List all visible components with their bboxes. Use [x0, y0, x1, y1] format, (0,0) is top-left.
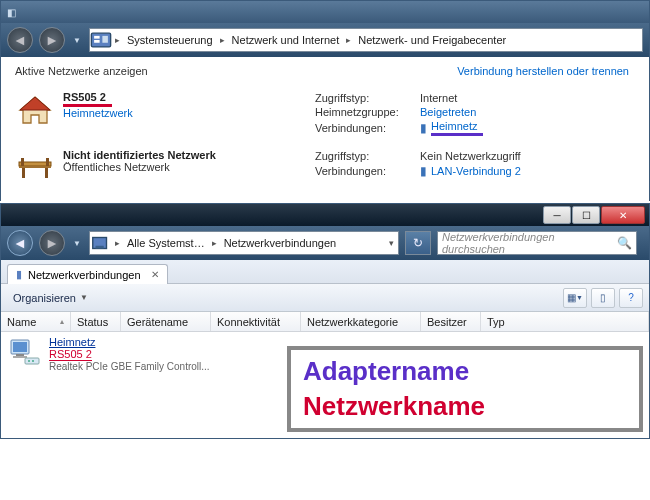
sort-asc-icon: ▴: [60, 317, 64, 326]
breadcrumb[interactable]: ▸ Alle Systemst… ▸ Netzwerkverbindungen …: [89, 231, 399, 255]
svg-point-19: [28, 360, 30, 362]
annotation-box: Adaptername Netzwerkname: [287, 346, 643, 432]
breadcrumb[interactable]: ▸ Systemsteuerung ▸ Netzwerk und Interne…: [89, 28, 643, 52]
help-button[interactable]: ?: [619, 288, 643, 308]
forward-button[interactable]: ►: [39, 27, 65, 53]
search-placeholder: Netzwerkverbindungen durchsuchen: [442, 231, 617, 255]
svg-rect-10: [21, 158, 24, 166]
connections-label: Verbindungen:: [315, 165, 410, 177]
annotation-netzwerkname: Netzwerkname: [303, 391, 627, 422]
history-dropdown[interactable]: ▼: [71, 239, 83, 248]
nic-icon: ▮: [420, 121, 427, 135]
nic-icon: ▮: [420, 164, 427, 178]
forward-button[interactable]: ►: [39, 230, 65, 256]
network-row: RS505 2 Heimnetzwerk Zugriffstyp:Interne…: [15, 85, 629, 143]
svg-rect-13: [96, 246, 104, 249]
network-type-link[interactable]: Heimnetzwerk: [63, 107, 133, 119]
chevron-right-icon: ▸: [112, 35, 123, 45]
toolbar: Organisieren▼ ▦ ▼ ▯ ?: [1, 284, 649, 312]
active-networks-label: Aktive Netzwerke anzeigen: [15, 65, 148, 77]
access-type-label: Zugriffstyp:: [315, 92, 410, 104]
nic-icon: ▮: [16, 268, 22, 281]
access-type-value: Internet: [420, 92, 457, 104]
back-button[interactable]: ◄: [7, 27, 33, 53]
svg-rect-7: [19, 166, 51, 168]
tab-label: Netzwerkverbindungen: [28, 269, 141, 281]
connect-disconnect-link[interactable]: Verbindung herstellen oder trennen: [457, 65, 629, 77]
preview-pane-button[interactable]: ▯: [591, 288, 615, 308]
organise-menu[interactable]: Organisieren▼: [7, 290, 94, 306]
network-connections-window: ─ ☐ ✕ ◄ ► ▼ ▸ Alle Systemst… ▸ Netzwerkv…: [0, 203, 650, 439]
list-area: Heimnetz RS505 2 Realtek PCIe GBE Family…: [1, 332, 649, 438]
back-button[interactable]: ◄: [7, 230, 33, 256]
connection-network: RS505 2: [49, 348, 92, 361]
col-name[interactable]: Name▴: [1, 312, 71, 331]
titlebar[interactable]: ─ ☐ ✕: [1, 204, 649, 226]
chevron-down-icon[interactable]: ▾: [385, 238, 398, 248]
svg-rect-15: [13, 342, 27, 352]
homegroup-label: Heimnetzgruppe:: [315, 106, 410, 118]
nic-folder-icon: [90, 232, 112, 254]
col-owner[interactable]: Besitzer: [421, 312, 481, 331]
tab-bar: ▮ Netzwerkverbindungen ✕: [1, 260, 649, 284]
column-headers[interactable]: Name▴ Status Gerätename Konnektivität Ne…: [1, 312, 649, 332]
network-center-window: ◧ ◄ ► ▼ ▸ Systemsteuerung ▸ Netzwerk und…: [0, 0, 650, 201]
col-status[interactable]: Status: [71, 312, 121, 331]
list-item[interactable]: Heimnetz RS505 2 Realtek PCIe GBE Family…: [1, 332, 281, 438]
col-connectivity[interactable]: Konnektivität: [211, 312, 301, 331]
access-type-label: Zugriffstyp:: [315, 150, 410, 162]
network-title: RS505 2: [63, 91, 133, 107]
svg-rect-2: [94, 40, 100, 43]
breadcrumb-seg-1[interactable]: Alle Systemst…: [123, 232, 209, 254]
titlebar[interactable]: ◧: [1, 1, 649, 23]
chevron-right-icon: ▸: [209, 238, 220, 248]
svg-rect-8: [22, 168, 25, 178]
search-icon: 🔍: [617, 236, 632, 250]
network-adapter-icon: [7, 336, 41, 434]
home-network-icon: [15, 91, 55, 131]
svg-rect-9: [45, 168, 48, 178]
col-devicename[interactable]: Gerätename: [121, 312, 211, 331]
breadcrumb-seg-2[interactable]: Netzwerk und Internet: [228, 29, 344, 51]
maximize-button[interactable]: ☐: [572, 206, 600, 224]
chevron-right-icon: ▸: [343, 35, 354, 45]
annotation-adaptername: Adaptername: [303, 356, 627, 387]
connection-link[interactable]: ▮Heimnetz: [420, 120, 483, 136]
access-type-value: Kein Netzwerkzugriff: [420, 150, 521, 162]
network-type-label: Öffentliches Netzwerk: [63, 161, 216, 173]
svg-point-20: [32, 360, 34, 362]
breadcrumb-seg-1[interactable]: Systemsteuerung: [123, 29, 217, 51]
public-network-icon: [15, 149, 55, 189]
breadcrumb-seg-2[interactable]: Netzwerkverbindungen: [220, 232, 341, 254]
svg-rect-1: [94, 36, 100, 39]
view-options-button[interactable]: ▦ ▼: [563, 288, 587, 308]
chevron-down-icon: ▼: [80, 293, 88, 302]
network-title: Nicht identifiziertes Netzwerk: [63, 149, 216, 161]
svg-rect-16: [16, 354, 24, 356]
svg-marker-5: [20, 97, 50, 110]
chevron-right-icon: ▸: [112, 238, 123, 248]
breadcrumb-seg-3[interactable]: Netzwerk- und Freigabecenter: [354, 29, 510, 51]
homegroup-link[interactable]: Beigetreten: [420, 106, 476, 118]
search-input[interactable]: Netzwerkverbindungen durchsuchen 🔍: [437, 231, 637, 255]
network-row: Nicht identifiziertes Netzwerk Öffentlic…: [15, 143, 629, 195]
history-dropdown[interactable]: ▼: [71, 36, 83, 45]
connections-label: Verbindungen:: [315, 122, 410, 134]
nav-row: ◄ ► ▼ ▸ Systemsteuerung ▸ Netzwerk und I…: [1, 23, 649, 57]
nav-row: ◄ ► ▼ ▸ Alle Systemst… ▸ Netzwerkverbind…: [1, 226, 649, 260]
refresh-button[interactable]: ↻: [405, 231, 431, 255]
svg-rect-3: [102, 36, 108, 43]
tab-network-connections[interactable]: ▮ Netzwerkverbindungen ✕: [7, 264, 168, 284]
close-tab-icon[interactable]: ✕: [151, 269, 159, 280]
control-panel-icon: [90, 29, 112, 51]
col-netcategory[interactable]: Netzwerkkategorie: [301, 312, 421, 331]
window-icon: ◧: [7, 7, 21, 18]
connection-device: Realtek PCIe GBE Family Controll...: [49, 361, 210, 372]
minimize-button[interactable]: ─: [543, 206, 571, 224]
connection-link[interactable]: ▮LAN-Verbindung 2: [420, 164, 521, 178]
close-button[interactable]: ✕: [601, 206, 645, 224]
svg-rect-11: [46, 158, 49, 166]
col-type[interactable]: Typ: [481, 312, 649, 331]
svg-rect-17: [13, 356, 27, 358]
connection-name: Heimnetz: [49, 336, 210, 348]
